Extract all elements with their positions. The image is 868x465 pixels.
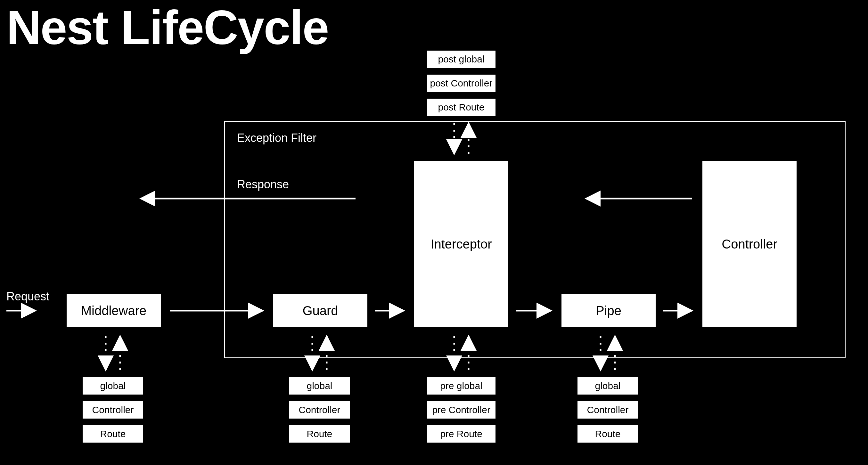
stack-item-label: Controller [92, 404, 133, 415]
pipe-node-label: Pipe [596, 304, 621, 318]
interceptor-post-stack-item: post Route [426, 98, 496, 117]
request-label: Request [6, 290, 49, 303]
middleware-node: Middleware [66, 293, 162, 328]
guard-stack-item: Route [288, 424, 351, 443]
diagram-stage: Nest LifeCycle Exception Filter Response… [0, 0, 868, 465]
controller-node-label: Controller [722, 237, 777, 251]
stack-item-label: post global [438, 54, 484, 65]
exception-filter-label: Exception Filter [237, 131, 316, 145]
stack-arrows-middleware [106, 336, 120, 370]
guard-stack-item: global [288, 376, 351, 396]
stack-item-label: post Controller [430, 78, 492, 89]
pipe-stack-item: global [577, 376, 639, 396]
middleware-node-label: Middleware [81, 304, 147, 318]
stack-item-label: global [100, 380, 126, 391]
stack-item-label: Route [595, 429, 620, 439]
interceptor-pre-stack-item: pre global [426, 376, 496, 396]
middleware-stack-item: global [82, 376, 144, 396]
stack-item-label: pre Controller [432, 404, 490, 415]
stack-item-label: Route [307, 429, 332, 439]
stack-item-label: pre global [440, 380, 483, 391]
pipe-stack-item: Route [577, 424, 639, 443]
stack-item-label: Controller [587, 404, 628, 415]
guard-node: Guard [272, 293, 368, 328]
middleware-stack-item: Route [82, 424, 144, 443]
interceptor-post-stack-item: post Controller [426, 74, 496, 93]
stack-item-label: global [307, 380, 332, 391]
stack-item-label: Controller [299, 404, 340, 415]
pipe-node: Pipe [560, 293, 657, 328]
stack-item-label: global [595, 380, 620, 391]
response-label: Response [237, 178, 289, 191]
stack-item-label: post Route [438, 102, 484, 113]
middleware-stack-item: Controller [82, 400, 144, 420]
interceptor-node: Interceptor [413, 160, 509, 328]
stack-item-label: Route [100, 429, 126, 439]
interceptor-pre-stack-item: pre Route [426, 424, 496, 443]
guard-node-label: Guard [302, 304, 338, 318]
pipe-stack-item: Controller [577, 400, 639, 420]
interceptor-post-stack-item: post global [426, 50, 496, 69]
interceptor-pre-stack-item: pre Controller [426, 400, 496, 420]
stack-item-label: pre Route [440, 429, 483, 439]
guard-stack-item: Controller [288, 400, 351, 420]
page-title: Nest LifeCycle [6, 0, 329, 55]
controller-node: Controller [702, 160, 798, 328]
interceptor-node-label: Interceptor [431, 237, 492, 251]
